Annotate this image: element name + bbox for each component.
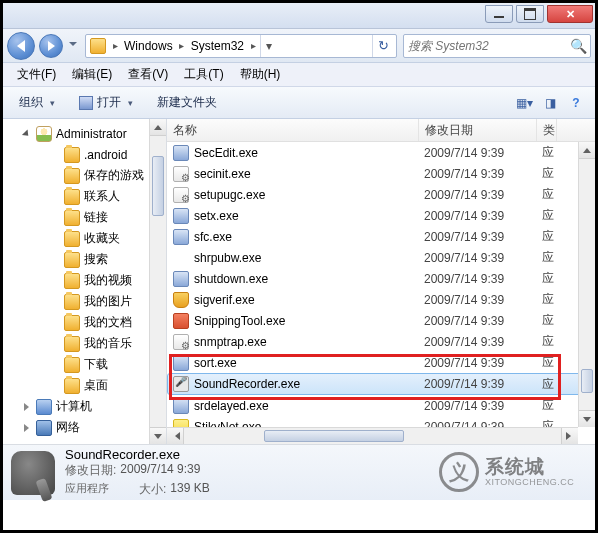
tree-item[interactable]: 我的文档 — [3, 312, 166, 333]
tree-item[interactable]: .android — [3, 144, 166, 165]
scroll-thumb[interactable] — [581, 369, 593, 393]
file-date: 2009/7/14 9:39 — [424, 188, 542, 202]
menu-file[interactable]: 文件(F) — [9, 63, 64, 86]
breadcrumb-dropdown[interactable]: ▾ — [260, 35, 276, 57]
tree-item[interactable]: 我的视频 — [3, 270, 166, 291]
expander-icon[interactable] — [21, 401, 32, 412]
column-name[interactable]: 名称 — [167, 119, 419, 141]
scroll-up-arrow-icon[interactable] — [579, 142, 595, 159]
back-button[interactable] — [7, 32, 35, 60]
file-row[interactable]: srdelayed.exe2009/7/14 9:39应 — [167, 395, 595, 416]
organize-button[interactable]: 组织 — [11, 91, 63, 114]
tree-item-label: 搜索 — [84, 251, 108, 268]
menu-edit[interactable]: 编辑(E) — [64, 63, 120, 86]
tree-item[interactable]: Administrator — [3, 123, 166, 144]
tree-item-label: 我的图片 — [84, 293, 132, 310]
tree-item[interactable]: 网络 — [3, 417, 166, 438]
file-row[interactable]: setupugc.exe2009/7/14 9:39应 — [167, 184, 595, 205]
search-input[interactable] — [408, 39, 570, 53]
maximize-button[interactable] — [516, 5, 544, 23]
file-row[interactable]: shrpubw.exe2009/7/14 9:39应 — [167, 247, 595, 268]
file-type: 应 — [542, 354, 558, 371]
scrollbar-vertical[interactable] — [578, 142, 595, 427]
chevron-right-icon[interactable]: ▸ — [175, 40, 189, 51]
scrollbar-horizontal[interactable] — [167, 427, 578, 444]
expander-icon[interactable] — [21, 422, 32, 433]
file-type: 应 — [542, 333, 558, 350]
menu-tools[interactable]: 工具(T) — [176, 63, 231, 86]
scroll-left-arrow-icon[interactable] — [167, 428, 184, 444]
chevron-right-icon[interactable]: ▸ — [246, 40, 260, 51]
view-mode-button[interactable]: ▦▾ — [513, 92, 535, 114]
computer-icon — [36, 399, 52, 415]
file-row[interactable]: sort.exe2009/7/14 9:39应 — [167, 352, 595, 373]
menu-help[interactable]: 帮助(H) — [232, 63, 289, 86]
breadcrumb-segment[interactable]: Windows — [122, 39, 175, 53]
file-row[interactable]: setx.exe2009/7/14 9:39应 — [167, 205, 595, 226]
file-row[interactable]: shutdown.exe2009/7/14 9:39应 — [167, 268, 595, 289]
watermark-url: XITONGCHENG.CC — [485, 478, 574, 488]
file-row[interactable]: SnippingTool.exe2009/7/14 9:39应 — [167, 310, 595, 331]
chevron-right-icon[interactable]: ▸ — [108, 40, 122, 51]
file-date: 2009/7/14 9:39 — [424, 314, 542, 328]
scrollbar-vertical[interactable] — [149, 119, 166, 444]
column-date[interactable]: 修改日期 — [419, 119, 537, 141]
scroll-thumb[interactable] — [152, 156, 164, 216]
open-label: 打开 — [97, 94, 121, 111]
scroll-right-arrow-icon[interactable] — [561, 428, 578, 444]
tree-item[interactable]: 计算机 — [3, 396, 166, 417]
tree-item[interactable]: 我的音乐 — [3, 333, 166, 354]
forward-button[interactable] — [39, 34, 63, 58]
tree-item[interactable]: 链接 — [3, 207, 166, 228]
details-file-type: 应用程序 — [65, 481, 109, 498]
open-button[interactable]: 打开 — [71, 91, 141, 114]
file-row[interactable]: secinit.exe2009/7/14 9:39应 — [167, 163, 595, 184]
preview-pane-button[interactable]: ◨ — [539, 92, 561, 114]
file-row[interactable]: SoundRecorder.exe2009/7/14 9:39应 — [167, 373, 595, 395]
file-name: SoundRecorder.exe — [194, 377, 424, 391]
folder-icon — [90, 38, 106, 54]
tree-item[interactable]: 联系人 — [3, 186, 166, 207]
new-folder-button[interactable]: 新建文件夹 — [149, 91, 225, 114]
refresh-button[interactable] — [372, 35, 394, 57]
file-row[interactable]: SecEdit.exe2009/7/14 9:39应 — [167, 142, 595, 163]
breadcrumb-bar[interactable]: ▸ Windows ▸ System32 ▸ ▾ — [85, 34, 397, 58]
file-date: 2009/7/14 9:39 — [424, 377, 542, 391]
tree-item[interactable]: 搜索 — [3, 249, 166, 270]
file-row[interactable]: snmptrap.exe2009/7/14 9:39应 — [167, 331, 595, 352]
watermark: 义 系统城 XITONGCHENG.CC — [439, 450, 589, 494]
open-icon — [79, 96, 93, 110]
file-date: 2009/7/14 9:39 — [424, 167, 542, 181]
file-name: secinit.exe — [194, 167, 424, 181]
file-row[interactable]: sfc.exe2009/7/14 9:39应 — [167, 226, 595, 247]
scroll-thumb[interactable] — [264, 430, 404, 442]
help-icon[interactable]: ? — [565, 92, 587, 114]
file-name: sort.exe — [194, 356, 424, 370]
close-button[interactable] — [547, 5, 593, 23]
search-box[interactable]: 🔍 — [403, 34, 591, 58]
nav-history-dropdown[interactable] — [67, 37, 79, 55]
file-type-icon — [173, 208, 189, 224]
scroll-down-arrow-icon[interactable] — [579, 410, 595, 427]
scroll-up-arrow-icon[interactable] — [150, 119, 166, 136]
file-name: srdelayed.exe — [194, 399, 424, 413]
menu-view[interactable]: 查看(V) — [120, 63, 176, 86]
tree-item[interactable]: 保存的游戏 — [3, 165, 166, 186]
folder-icon — [64, 357, 80, 373]
file-name: setx.exe — [194, 209, 424, 223]
file-row[interactable]: sigverif.exe2009/7/14 9:39应 — [167, 289, 595, 310]
search-icon[interactable]: 🔍 — [570, 38, 586, 54]
scroll-down-arrow-icon[interactable] — [150, 427, 166, 444]
tree-item[interactable]: 桌面 — [3, 375, 166, 396]
file-date: 2009/7/14 9:39 — [424, 209, 542, 223]
file-name: shrpubw.exe — [194, 251, 424, 265]
tree-item[interactable]: 收藏夹 — [3, 228, 166, 249]
expander-icon[interactable] — [21, 128, 32, 139]
column-type[interactable]: 类 — [537, 119, 557, 141]
tree-item-label: Administrator — [56, 127, 127, 141]
tree-item[interactable]: 下载 — [3, 354, 166, 375]
tree-item[interactable]: 我的图片 — [3, 291, 166, 312]
file-list: 名称 修改日期 类 SecEdit.exe2009/7/14 9:39应seci… — [167, 119, 595, 444]
breadcrumb-segment[interactable]: System32 — [189, 39, 246, 53]
minimize-button[interactable] — [485, 5, 513, 23]
